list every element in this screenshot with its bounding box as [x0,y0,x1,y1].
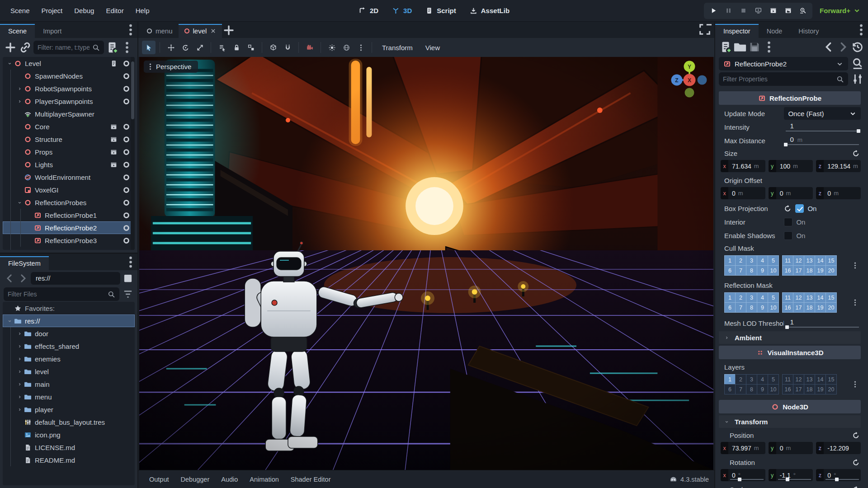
slider-grabber[interactable] [784,143,788,146]
expander-icon[interactable] [15,331,24,336]
bottom-panel-audio[interactable]: Audio [216,473,243,486]
tab-menu-icon[interactable] [854,23,868,37]
fs-item-player[interactable]: player [3,403,135,416]
3d-viewport[interactable]: Perspective Y Z X [139,57,713,470]
mask-bit-1[interactable]: 1 [724,255,736,266]
script-icon[interactable] [110,60,118,67]
scene-tree-scrollbar[interactable] [131,57,135,250]
axis-z-field[interactable]: z0m [816,187,861,199]
mask-bit-5[interactable]: 5 [768,374,779,385]
scene-node-reflectionprobe1[interactable]: ReflectionProbe1 [3,209,135,221]
view-menu-button[interactable]: Perspective [144,61,198,73]
mask-bit-6[interactable]: 6 [724,384,736,394]
tab-menu-icon[interactable] [124,255,137,269]
bottom-panel-output[interactable]: Output [144,473,175,486]
scene-node-core[interactable]: Core [3,120,135,133]
expander-icon[interactable] [15,86,24,91]
mask-bit-3[interactable]: 3 [746,255,757,266]
visibility-toggle-icon[interactable] [123,123,130,131]
mask-bit-1[interactable]: 1 [724,292,736,303]
workspace-2d[interactable]: 2D [354,5,383,17]
mask-bit-4[interactable]: 4 [757,374,768,385]
distraction-free-button[interactable] [698,23,712,36]
menu-help[interactable]: Help [130,4,156,18]
mask-bit-11[interactable]: 11 [782,374,793,385]
lock-node-button[interactable] [230,41,243,54]
play-scene-button[interactable] [766,4,780,18]
workspace-script[interactable]: Script [421,5,461,17]
scene-node-music[interactable]: Music [3,247,135,250]
menu-scene[interactable]: Scene [5,4,36,18]
mask-bit-16[interactable]: 16 [782,265,793,276]
scene-tab-level[interactable]: level [179,24,222,38]
expander-icon[interactable] [15,382,24,387]
slider-grabber[interactable] [786,478,789,481]
mask-bit-12[interactable]: 12 [793,255,804,266]
scene-node-lights[interactable]: Lights [3,158,135,171]
mask-bit-20[interactable]: 20 [826,384,837,394]
mask-bit-17[interactable]: 17 [793,384,804,394]
fs-item-main[interactable]: main [3,378,135,390]
mask-bit-15[interactable]: 15 [826,255,837,266]
orientation-gizmo[interactable]: Y Z X [668,59,710,100]
scene-node-robotspawnpoints[interactable]: RobotSpawnpoints [3,82,135,95]
snap-toggle[interactable] [281,41,294,54]
mask-bit-9[interactable]: 9 [757,265,768,276]
fs-item-door[interactable]: door [3,327,135,340]
visibility-toggle-icon[interactable] [123,98,130,105]
mask-bit-14[interactable]: 14 [815,374,826,385]
local-space-toggle[interactable] [266,41,280,54]
fs-item-icon-png[interactable]: icon.png [3,428,135,441]
renderer-select[interactable]: Forward+ [820,7,861,14]
scene-node-level[interactable]: Level [3,57,135,70]
visibility-toggle-icon[interactable] [123,174,130,181]
stop-button[interactable] [736,4,750,18]
menu-debug[interactable]: Debug [68,4,100,18]
mask-bit-10[interactable]: 10 [768,265,779,276]
new-resource-button[interactable] [719,40,732,54]
mask-bit-7[interactable]: 7 [735,384,746,394]
visibility-toggle-icon[interactable] [123,60,130,67]
property-slider[interactable]: 0m [784,134,861,147]
axis-y-field[interactable]: y0m [769,442,813,454]
axis-x-field[interactable]: x71.634m [721,160,765,172]
mask-bit-14[interactable]: 14 [815,255,826,266]
axis-x-field[interactable]: x0m [721,187,765,199]
mask-bit-12[interactable]: 12 [793,374,804,385]
tab-menu-icon[interactable] [124,23,137,37]
list-select-tool[interactable] [215,41,229,54]
mask-bit-3[interactable]: 3 [746,374,757,385]
mask-menu-icon[interactable] [851,262,859,269]
preview-settings-menu[interactable] [354,41,368,54]
revert-icon[interactable] [784,205,792,212]
revert-icon[interactable] [852,486,860,488]
menu-editor[interactable]: Editor [100,4,129,18]
mask-bit-2[interactable]: 2 [735,374,746,385]
revert-icon[interactable] [852,432,860,439]
mask-bit-17[interactable]: 17 [793,265,804,276]
mask-bit-10[interactable]: 10 [768,384,779,394]
play-custom-scene-button[interactable] [781,4,795,18]
mask-bit-5[interactable]: 5 [768,292,779,303]
fs-sort-button[interactable] [122,288,134,300]
scene-node-reflectionprobe2[interactable]: ReflectionProbe2 [3,221,135,234]
mask-bit-8[interactable]: 8 [746,302,757,313]
expander-icon[interactable] [15,407,24,412]
mask-bit-10[interactable]: 10 [768,302,779,313]
tab-import[interactable]: Import [35,24,70,38]
mask-bit-1[interactable]: 1 [724,374,736,385]
scene-node-playerspawnpoints[interactable]: PlayerSpawnpoints [3,95,135,108]
expander-icon[interactable] [5,61,14,66]
visibility-toggle-icon[interactable] [123,186,130,194]
open-scene-icon[interactable] [110,148,118,156]
fs-item-readme-md[interactable]: README.md [3,454,135,466]
mask-bit-11[interactable]: 11 [782,292,793,303]
remote-debug-button[interactable] [751,4,765,18]
scene-node-reflectionprobe3[interactable]: ReflectionProbe3 [3,234,135,247]
workspace-3d[interactable]: 3D [387,5,416,17]
scene-node-voxelgi[interactable]: VoxelGI [3,183,135,196]
mask-bit-13[interactable]: 13 [804,255,815,266]
edit-history-button[interactable] [851,40,864,54]
mask-bit-2[interactable]: 2 [735,255,746,266]
fs-item-level[interactable]: level [3,365,135,378]
